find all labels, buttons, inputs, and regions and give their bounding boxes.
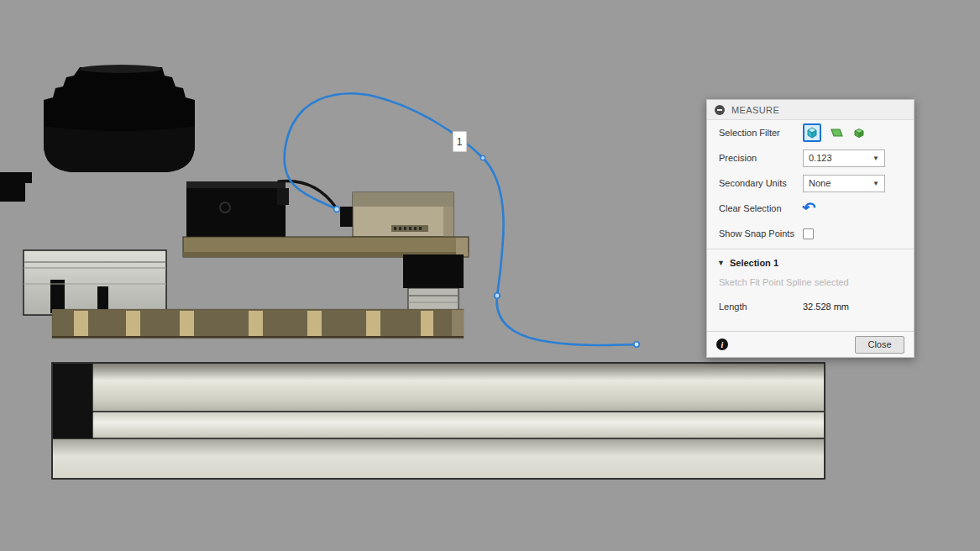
spline-tag-label: 1 <box>457 136 463 148</box>
precision-dropdown[interactable]: 0.123 ▼ <box>803 150 885 167</box>
model-gray-block[interactable] <box>24 250 166 315</box>
face-icon <box>828 126 843 139</box>
model-connector-box[interactable] <box>186 181 289 237</box>
model-camera-lens[interactable] <box>44 65 195 172</box>
precision-row: Precision 0.123 ▼ <box>707 145 914 171</box>
close-button[interactable]: Close <box>855 336 904 354</box>
secondary-units-value: None <box>809 178 831 188</box>
length-label: Length <box>707 302 803 312</box>
panel-divider <box>707 249 914 249</box>
selection-filter-label: Selection Filter <box>707 128 803 138</box>
spline-fit-point[interactable] <box>334 207 340 213</box>
selection1-status-text: Sketch Fit Point Spline selected <box>707 274 914 294</box>
selection-filter-face-icon[interactable] <box>826 123 845 142</box>
selection1-section-header[interactable]: ▼ Selection 1 <box>707 252 914 274</box>
spline-fit-point[interactable] <box>495 293 500 298</box>
panel-title: MEASURE <box>731 105 779 115</box>
show-snap-points-row: Show Snap Points <box>707 221 914 246</box>
model-right-assembly[interactable] <box>403 255 464 311</box>
chevron-down-icon: ▼ <box>873 155 879 162</box>
selection-filter-body-icon[interactable] <box>803 123 821 142</box>
selection-filter-row: Selection Filter <box>707 120 914 145</box>
chevron-down-icon: ▼ <box>873 180 879 187</box>
selection-filter-component-icon[interactable] <box>850 123 868 142</box>
info-icon[interactable]: i <box>716 338 728 350</box>
measure-panel: MEASURE Selection Filter <box>706 99 914 358</box>
clear-selection-label: Clear Selection <box>707 203 803 213</box>
length-value: 32.528 mm <box>803 302 849 312</box>
measure-panel-header[interactable]: MEASURE <box>707 100 914 120</box>
secondary-units-dropdown[interactable]: None ▼ <box>803 175 885 192</box>
secondary-units-row: Secondary Units None ▼ <box>707 171 914 196</box>
model-pcb-board[interactable] <box>52 309 464 338</box>
model-beige-module[interactable] <box>340 192 453 237</box>
model-extruded-bar[interactable] <box>52 363 825 479</box>
model-left-bracket[interactable] <box>0 172 32 202</box>
collapse-circle-icon[interactable] <box>715 105 725 115</box>
model-platform-board[interactable] <box>183 237 469 257</box>
precision-label: Precision <box>707 153 803 163</box>
secondary-units-label: Secondary Units <box>707 178 803 188</box>
show-snap-points-label: Show Snap Points <box>707 228 803 239</box>
spline-fit-point[interactable] <box>480 155 485 160</box>
precision-value: 0.123 <box>809 153 832 163</box>
show-snap-points-checkbox[interactable] <box>803 228 814 239</box>
triangle-collapse-icon: ▼ <box>717 259 725 267</box>
component-icon <box>852 126 866 139</box>
clear-selection-row: Clear Selection ↶ <box>707 196 914 221</box>
panel-footer: i Close <box>707 331 914 357</box>
length-row: Length 32.528 mm <box>707 294 914 319</box>
body-cube-icon <box>805 126 819 139</box>
spline-fit-point[interactable] <box>634 342 639 347</box>
spline-point-tag[interactable]: 1 <box>453 131 467 152</box>
selection1-header-label: Selection 1 <box>730 258 778 268</box>
clear-selection-undo-icon[interactable]: ↶ <box>802 202 815 215</box>
